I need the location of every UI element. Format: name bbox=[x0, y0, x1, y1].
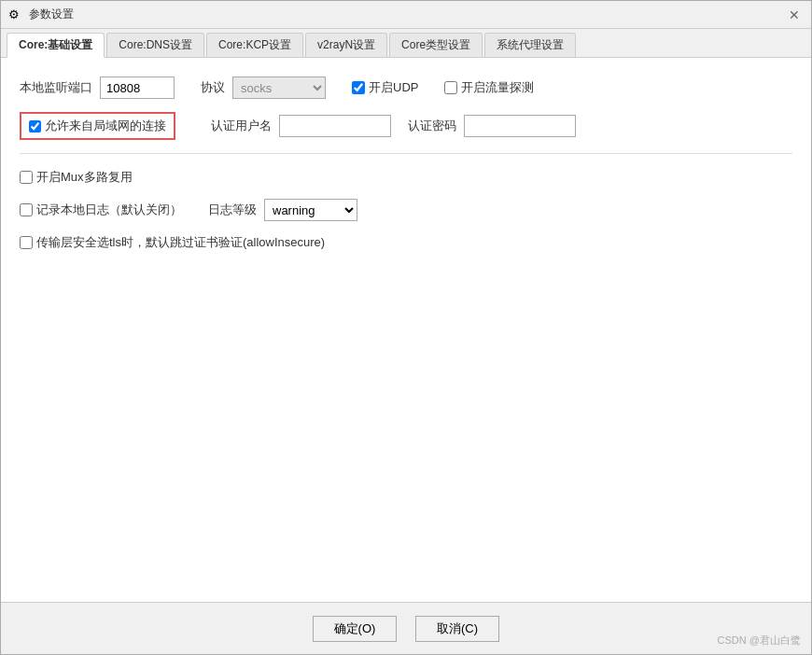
udp-label: 开启UDP bbox=[369, 79, 418, 96]
tab-v2rayn[interactable]: v2rayN设置 bbox=[305, 33, 387, 57]
log-checkbox-wrapper[interactable]: 记录本地日志（默认关闭） bbox=[20, 202, 182, 218]
tab-bar: Core:基础设置 Core:DNS设置 Core:KCP设置 v2rayN设置… bbox=[1, 29, 811, 58]
separator-1 bbox=[20, 153, 792, 154]
allow-lan-label: 允许来自局域网的连接 bbox=[45, 118, 166, 134]
mux-checkbox-wrapper[interactable]: 开启Mux多路复用 bbox=[20, 169, 133, 186]
protocol-label: 协议 bbox=[201, 79, 225, 96]
tab-core-type[interactable]: Core类型设置 bbox=[389, 33, 483, 57]
row-log: 记录本地日志（默认关闭） 日志等级 debug info warning err… bbox=[20, 199, 792, 221]
content-area: 本地监听端口 协议 socks 开启UDP 开启流量探测 bbox=[1, 58, 811, 602]
udp-checkbox-wrapper[interactable]: 开启UDP bbox=[352, 79, 418, 96]
log-level-label: 日志等级 bbox=[208, 202, 257, 218]
footer: 确定(O) 取消(C) bbox=[1, 602, 811, 654]
close-button[interactable]: ✕ bbox=[785, 6, 804, 24]
app-icon: ⚙ bbox=[8, 7, 23, 22]
protocol-select[interactable]: socks bbox=[232, 77, 326, 99]
log-level-select[interactable]: debug info warning error none bbox=[264, 199, 357, 221]
tab-core-dns[interactable]: Core:DNS设置 bbox=[106, 33, 204, 57]
auth-pass-label: 认证密码 bbox=[408, 118, 456, 134]
title-bar: ⚙ 参数设置 ✕ bbox=[1, 1, 811, 29]
cancel-button[interactable]: 取消(C) bbox=[415, 616, 499, 642]
flow-label: 开启流量探测 bbox=[461, 79, 534, 96]
auth-user-label: 认证用户名 bbox=[211, 118, 272, 134]
tls-checkbox[interactable] bbox=[20, 236, 33, 249]
tls-checkbox-wrapper[interactable]: 传输层安全选tls时，默认跳过证书验证(allowInsecure) bbox=[20, 234, 325, 251]
tab-system-proxy[interactable]: 系统代理设置 bbox=[484, 33, 576, 57]
local-port-label: 本地监听端口 bbox=[20, 79, 92, 96]
udp-checkbox[interactable] bbox=[352, 81, 365, 94]
ok-button[interactable]: 确定(O) bbox=[313, 616, 397, 642]
window-title: 参数设置 bbox=[29, 7, 74, 22]
local-port-input[interactable] bbox=[100, 77, 175, 99]
mux-checkbox[interactable] bbox=[20, 171, 33, 184]
allow-lan-checkbox[interactable] bbox=[29, 120, 41, 132]
log-label: 记录本地日志（默认关闭） bbox=[36, 202, 182, 218]
title-bar-left: ⚙ 参数设置 bbox=[8, 7, 74, 22]
mux-label: 开启Mux多路复用 bbox=[36, 169, 133, 186]
tab-core-kcp[interactable]: Core:KCP设置 bbox=[206, 33, 303, 57]
auth-user-input[interactable] bbox=[279, 115, 391, 137]
allow-lan-wrapper: 允许来自局域网的连接 bbox=[20, 112, 175, 140]
tls-label: 传输层安全选tls时，默认跳过证书验证(allowInsecure) bbox=[36, 234, 325, 251]
main-window: ⚙ 参数设置 ✕ Core:基础设置 Core:DNS设置 Core:KCP设置… bbox=[0, 0, 812, 655]
flow-checkbox-wrapper[interactable]: 开启流量探测 bbox=[444, 79, 534, 96]
auth-pass-input[interactable] bbox=[464, 115, 576, 137]
flow-checkbox[interactable] bbox=[444, 81, 457, 94]
tab-core-basic[interactable]: Core:基础设置 bbox=[7, 33, 105, 58]
row-mux: 开启Mux多路复用 bbox=[20, 169, 792, 186]
row-tls: 传输层安全选tls时，默认跳过证书验证(allowInsecure) bbox=[20, 234, 792, 251]
row-port-protocol: 本地监听端口 协议 socks 开启UDP 开启流量探测 bbox=[20, 77, 792, 99]
row-lan-auth: 允许来自局域网的连接 认证用户名 认证密码 bbox=[20, 112, 792, 140]
watermark: CSDN @君山白鹭 bbox=[718, 634, 801, 648]
log-checkbox[interactable] bbox=[20, 203, 33, 216]
